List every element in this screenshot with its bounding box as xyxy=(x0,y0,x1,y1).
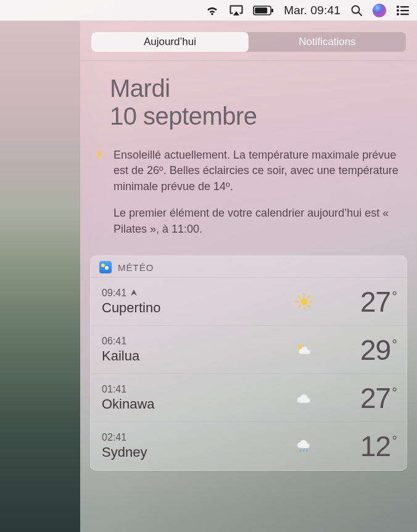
cloud-icon xyxy=(287,391,321,405)
partly-cloudy-icon xyxy=(287,342,321,358)
tab-today[interactable]: Aujourd’hui xyxy=(91,32,249,52)
svg-line-32 xyxy=(307,449,308,452)
weather-widget-header: MÉTÉO xyxy=(91,256,407,278)
weather-row-city: Kailua xyxy=(102,348,287,364)
svg-line-28 xyxy=(308,296,310,298)
weather-widget[interactable]: MÉTÉO 09:41 Cupertino 27° 06:41 Kailua xyxy=(90,256,407,471)
nc-tabs: Aujourd’hui Notifications xyxy=(91,32,406,52)
svg-line-31 xyxy=(303,449,305,452)
svg-point-11 xyxy=(97,152,101,156)
svg-line-26 xyxy=(308,305,310,307)
weather-row-temp: 12° xyxy=(321,432,395,460)
location-icon xyxy=(130,288,138,299)
svg-line-30 xyxy=(300,449,302,452)
sun-icon xyxy=(287,293,321,311)
svg-line-18 xyxy=(96,156,97,157)
sun-icon xyxy=(94,149,105,195)
svg-point-7 xyxy=(397,9,399,12)
tab-notifications[interactable]: Notifications xyxy=(249,32,406,52)
menubar: Mar. 09:41 xyxy=(0,0,417,21)
battery-icon[interactable] xyxy=(253,6,274,15)
weather-app-icon xyxy=(99,261,112,273)
siri-icon[interactable] xyxy=(373,4,386,17)
weather-summary-row: Ensoleillé actuellement. La température … xyxy=(80,136,417,200)
svg-line-19 xyxy=(102,151,103,152)
svg-point-20 xyxy=(300,298,308,305)
spotlight-icon[interactable] xyxy=(350,4,363,17)
weather-row[interactable]: 02:41 Sydney 12° xyxy=(91,422,407,470)
airplay-icon[interactable] xyxy=(229,5,243,16)
calendar-summary-row: Le premier élément de votre calendrier a… xyxy=(80,199,417,242)
svg-rect-8 xyxy=(400,10,409,11)
today-full-date: 10 septembre xyxy=(110,102,397,130)
notification-center-icon[interactable] xyxy=(396,5,410,16)
weather-row-temp: 29° xyxy=(321,336,395,364)
weather-row[interactable]: 01:41 Okinawa 27° xyxy=(91,374,407,422)
wifi-icon[interactable] xyxy=(205,5,220,16)
menubar-clock[interactable]: Mar. 09:41 xyxy=(284,4,341,17)
weather-row[interactable]: 09:41 Cupertino 27° xyxy=(91,278,407,326)
weather-row[interactable]: 06:41 Kailua 29° xyxy=(91,326,407,374)
svg-rect-1 xyxy=(255,7,267,14)
weather-row-time: 06:41 xyxy=(102,336,287,347)
weather-row-time: 02:41 xyxy=(102,432,287,443)
weather-row-time: 01:41 xyxy=(102,384,287,395)
svg-rect-6 xyxy=(400,6,409,7)
weather-row-city: Okinawa xyxy=(102,396,287,412)
desktop-background xyxy=(0,21,80,532)
svg-line-25 xyxy=(299,296,300,298)
svg-rect-2 xyxy=(271,9,273,12)
svg-rect-10 xyxy=(400,14,409,15)
notification-center-panel: Aujourd’hui Notifications Mardi 10 septe… xyxy=(80,21,417,532)
svg-point-5 xyxy=(397,6,399,8)
weather-row-temp: 27° xyxy=(321,384,395,412)
calendar-summary-text: Le premier élément de votre calendrier a… xyxy=(114,206,403,237)
rain-icon xyxy=(287,438,321,455)
svg-point-9 xyxy=(397,13,399,15)
weather-row-temp: 27° xyxy=(321,288,395,316)
weather-widget-title: MÉTÉO xyxy=(118,262,154,273)
weather-row-city: Sydney xyxy=(102,444,287,460)
weather-summary-text: Ensoleillé actuellement. La température … xyxy=(114,148,403,195)
svg-line-16 xyxy=(96,151,97,152)
svg-line-17 xyxy=(102,156,103,157)
svg-line-4 xyxy=(358,12,361,15)
weather-row-city: Cupertino xyxy=(102,300,287,316)
today-date: Mardi 10 septembre xyxy=(80,61,417,136)
weather-row-time: 09:41 xyxy=(102,288,287,299)
today-weekday: Mardi xyxy=(110,75,397,102)
svg-line-27 xyxy=(299,305,300,307)
